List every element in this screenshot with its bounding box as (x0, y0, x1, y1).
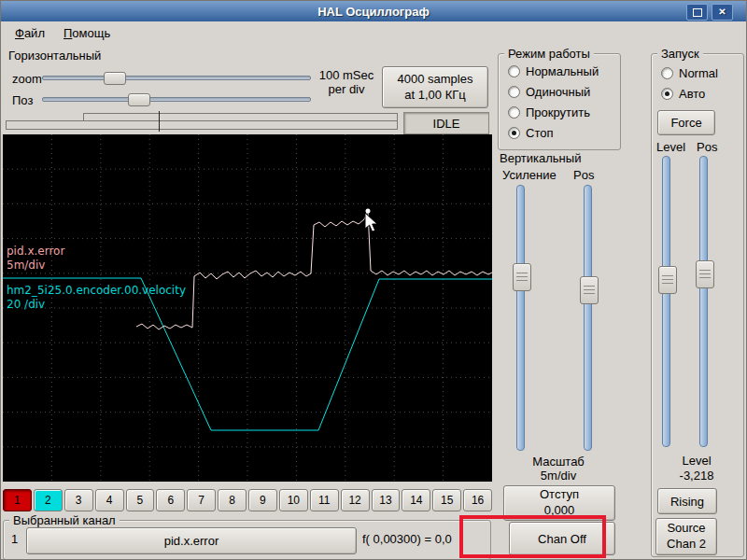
radio-icon[interactable] (508, 127, 520, 139)
close-icon: ✕ (718, 6, 726, 19)
scope-traces (3, 211, 492, 430)
run-mode-roll[interactable]: Прокрутить (508, 105, 590, 119)
radio-icon[interactable] (508, 86, 520, 98)
channel-button-14[interactable]: 14 (402, 489, 430, 511)
radio-icon[interactable] (661, 88, 673, 100)
chan-off-button[interactable]: Chan Off (509, 522, 615, 555)
channel-function-readout: f( 0,00300) = 0,0 (362, 532, 452, 546)
zoom-slider[interactable] (42, 69, 311, 86)
zoom-slider-track[interactable] (42, 76, 311, 80)
titlebar[interactable]: HAL Осциллограф ✕ (1, 1, 746, 21)
trigger-pos-col-label: Pos (697, 140, 717, 154)
capture-status: IDLE (433, 117, 460, 131)
channel-button-4[interactable]: 4 (95, 489, 124, 511)
run-mode-normal[interactable]: Нормальный (508, 63, 599, 78)
trigger-pos-slider-thumb[interactable] (696, 260, 714, 288)
position-slider-track[interactable] (42, 97, 311, 102)
channel-button-2[interactable]: 2 (34, 489, 63, 511)
trigger-title: Запуск (657, 47, 703, 61)
horizontal-section-title: Горизонтальный (8, 49, 101, 63)
channel-button-6[interactable]: 6 (156, 489, 185, 511)
ch1-scale-label: 5m/div (7, 259, 45, 272)
channel-button-12[interactable]: 12 (341, 489, 370, 511)
channel-button-15[interactable]: 15 (432, 489, 461, 511)
trace-peak-marker (366, 209, 371, 214)
offset-line2: 0,000 (544, 503, 575, 519)
force-button[interactable]: Force (657, 110, 715, 135)
samples-line1: 4000 samples (398, 72, 473, 88)
record-preview-full[interactable] (6, 120, 398, 130)
trigger-level-caption: Level (652, 454, 741, 468)
samples-button[interactable]: 4000 samples at 1,00 КГц (382, 66, 488, 108)
channel-button-3[interactable]: 3 (64, 489, 93, 511)
function-label: f( 0,00300) = (362, 532, 431, 546)
channel-button-8[interactable]: 8 (218, 489, 247, 511)
maximize-button[interactable] (686, 4, 708, 21)
gain-slider-track[interactable] (516, 185, 525, 451)
trigger-edge-button[interactable]: Rising (657, 488, 717, 514)
run-mode-stop[interactable]: Стоп (508, 125, 553, 140)
run-mode-single[interactable]: Одиночный (508, 84, 590, 99)
scope-grid (3, 134, 492, 482)
trigger-source-line1: Source (667, 521, 705, 537)
trigger-frame: Запуск Normal Авто Force Level Pos Level… (651, 53, 744, 557)
run-mode-stop-label: Стоп (526, 126, 553, 140)
trigger-auto-label: Авто (679, 87, 705, 101)
channel-button-9[interactable]: 9 (248, 489, 277, 511)
position-slider-thumb[interactable] (128, 93, 150, 106)
ch2-scale-label: 20 /div (7, 298, 45, 311)
channel-button-10[interactable]: 10 (279, 489, 308, 511)
run-mode-title: Режим работы (504, 47, 594, 61)
trigger-source-line2: Chan 2 (667, 537, 706, 553)
scale-caption: Масштаб (498, 455, 619, 469)
gain-slider-thumb[interactable] (513, 263, 531, 291)
scope-display[interactable]: pid.x.error 5m/div hm2_5i25.0.encoder.00… (3, 134, 492, 482)
trigger-level-col-label: Level (656, 140, 685, 154)
vertical-section-title: Вертикальный (500, 151, 581, 165)
radio-icon[interactable] (661, 67, 673, 79)
position-slider[interactable] (42, 91, 311, 107)
ch2-trace-label: hm2_5i25.0.encoder.00.velocity (7, 284, 186, 297)
run-mode-roll-label: Прокрутить (526, 105, 590, 119)
gain-slider[interactable] (513, 185, 529, 451)
function-value: 0,0 (435, 532, 452, 546)
channel-button-1[interactable]: 1 (3, 489, 32, 511)
trigger-level-slider[interactable] (658, 156, 675, 447)
trigger-pos-slider[interactable] (696, 156, 712, 447)
vertical-pos-slider[interactable] (580, 185, 597, 451)
offset-button[interactable]: Отступ 0,000 (503, 485, 615, 521)
vertical-pos-slider-thumb[interactable] (580, 276, 599, 304)
channel-button-11[interactable]: 11 (310, 489, 339, 511)
mouse-cursor-icon (365, 213, 377, 231)
position-label: Поз (12, 93, 33, 107)
sample-rate-line2: per div (313, 82, 380, 96)
halscope-window: HAL Осциллограф ✕ Файл Помощь Горизонтал… (0, 0, 747, 560)
trigger-auto[interactable]: Авто (661, 86, 705, 101)
close-button[interactable]: ✕ (712, 4, 733, 21)
run-mode-frame: Режим работы Нормальный Одиночный Прокру… (498, 53, 621, 150)
trigger-level-slider-thumb[interactable] (658, 266, 677, 294)
run-mode-normal-label: Нормальный (526, 64, 599, 78)
menu-help[interactable]: Помощь (55, 24, 119, 42)
trigger-pos-slider-track[interactable] (699, 156, 708, 447)
channel-button-5[interactable]: 5 (126, 489, 155, 511)
selected-channel-frame: Выбранный канал 1 pid.x.error f( 0,00300… (3, 520, 491, 560)
menu-file[interactable]: Файл (7, 24, 53, 42)
trigger-source-button[interactable]: Source Chan 2 (655, 518, 717, 555)
channel-button-13[interactable]: 13 (372, 489, 401, 511)
channel-button-16[interactable]: 16 (463, 489, 492, 511)
zoom-slider-thumb[interactable] (104, 72, 126, 85)
channel-source-button[interactable]: pid.x.error (26, 527, 357, 554)
trigger-normal[interactable]: Normal (661, 65, 718, 80)
window-title: HAL Осциллограф (317, 5, 430, 19)
sample-rate-line1: 100 mSec (313, 68, 380, 82)
trigger-normal-label: Normal (679, 66, 718, 80)
radio-icon[interactable] (508, 65, 520, 77)
gain-label: Усиление (502, 168, 557, 182)
vertical-pos-slider-track[interactable] (584, 185, 592, 451)
record-preview-marker (159, 111, 160, 132)
radio-icon[interactable] (508, 106, 520, 119)
menubar: Файл Помощь (1, 21, 746, 44)
trigger-level-slider-track[interactable] (662, 156, 670, 447)
channel-button-7[interactable]: 7 (187, 489, 216, 511)
